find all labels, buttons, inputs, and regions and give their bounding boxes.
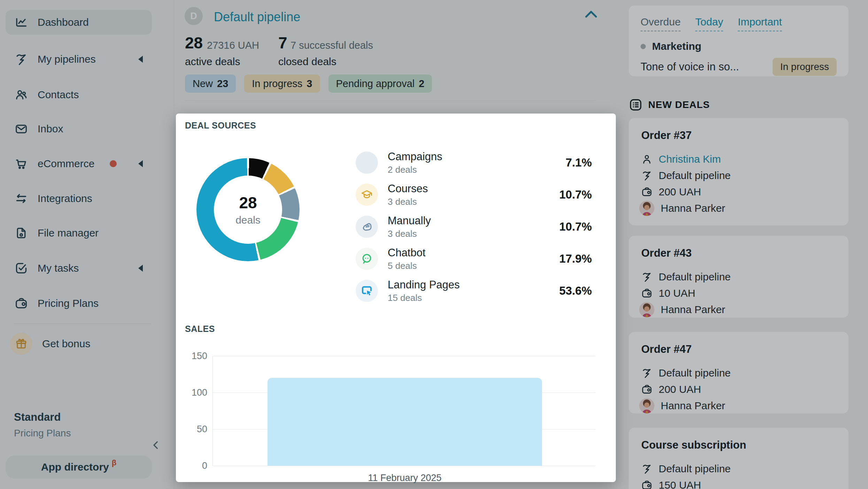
source-deals: 2 deals (388, 164, 442, 175)
sales-bar[interactable] (268, 378, 542, 466)
deal-sources-legend: Campaigns 2 deals 7.1% Courses 3 deals 1… (356, 147, 592, 307)
donut-total: 28 (239, 193, 257, 212)
source-percent: 10.7% (559, 220, 592, 233)
deal-sources-sales-panel: DEAL SOURCES 28 deals Campaigns 2 deals … (176, 114, 616, 482)
donut-center: 28 deals (196, 158, 300, 261)
courses-icon (356, 184, 378, 206)
legend-row-courses[interactable]: Courses 3 deals 10.7% (356, 179, 592, 211)
y-axis (212, 356, 213, 466)
manually-icon (356, 216, 378, 238)
source-percent: 17.9% (559, 252, 592, 265)
gridline-150 (212, 356, 596, 356)
source-percent: 7.1% (566, 156, 592, 169)
source-deals: 5 deals (388, 261, 426, 271)
legend-row-landing-pages[interactable]: Landing Pages 15 deals 53.6% (356, 275, 592, 307)
source-name: Landing Pages (388, 279, 460, 291)
legend-row-chatbot[interactable]: Chatbot 5 deals 17.9% (356, 243, 592, 275)
source-deals: 3 deals (388, 228, 431, 239)
legend-row-manually[interactable]: Manually 3 deals 10.7% (356, 211, 592, 243)
y-tick-label: 0 (186, 460, 207, 471)
sales-title: SALES (185, 324, 215, 334)
x-axis-label: 11 February 2025 (368, 473, 441, 483)
chatbot-icon (356, 248, 378, 270)
source-percent: 10.7% (559, 188, 592, 201)
donut-total-label: deals (235, 214, 261, 226)
source-deals: 15 deals (388, 293, 460, 303)
sales-bar-chart: 150 100 50 0 11 February 2025 (212, 349, 596, 466)
source-name: Chatbot (388, 247, 426, 259)
campaigns-icon (356, 152, 378, 174)
source-name: Campaigns (388, 150, 442, 163)
gridline-0 (212, 466, 596, 466)
y-tick-label: 100 (186, 387, 207, 398)
source-name: Manually (388, 215, 431, 227)
source-percent: 53.6% (559, 284, 592, 297)
y-tick-label: 50 (186, 424, 207, 435)
source-deals: 3 deals (388, 196, 428, 207)
landing-pages-icon (356, 280, 378, 302)
legend-row-campaigns[interactable]: Campaigns 2 deals 7.1% (356, 147, 592, 179)
deal-sources-title: DEAL SOURCES (185, 121, 256, 131)
source-name: Courses (388, 183, 428, 195)
y-tick-label: 150 (186, 351, 207, 362)
